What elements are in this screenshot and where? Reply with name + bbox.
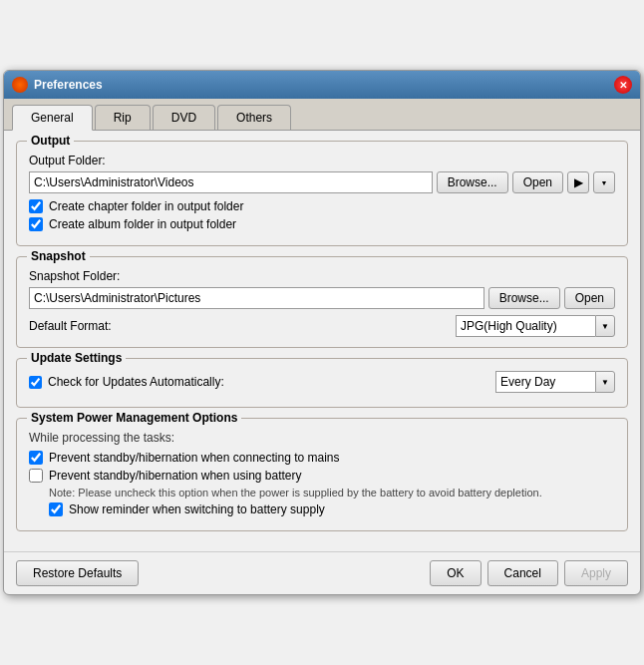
update-section: Update Settings Check for Updates Automa… (16, 358, 628, 408)
app-icon (12, 77, 28, 93)
output-section-title: Output (27, 134, 74, 148)
power-section-title: System Power Management Options (27, 411, 241, 425)
output-folder-label: Output Folder: (29, 154, 615, 167)
output-dropdown-button[interactable]: ▼ (593, 171, 615, 193)
snapshot-section: Snapshot Snapshot Folder: Browse... Open… (16, 256, 628, 348)
title-bar-left: Preferences (12, 77, 103, 93)
output-browse-button[interactable]: Browse... (437, 171, 508, 193)
format-label: Default Format: (29, 319, 112, 333)
cancel-button[interactable]: Cancel (487, 560, 558, 586)
update-frequency-select[interactable]: Every Day Every Week Every Month Never (495, 371, 595, 393)
tab-general[interactable]: General (12, 105, 93, 131)
power-section: System Power Management Options While pr… (16, 418, 628, 531)
album-folder-label: Create album folder in output folder (49, 217, 236, 231)
bottom-bar: Restore Defaults OK Cancel Apply (4, 551, 640, 594)
battery-note: Note: Please uncheck this option when th… (49, 487, 615, 499)
snapshot-section-title: Snapshot (27, 249, 90, 263)
snapshot-open-button[interactable]: Open (564, 287, 615, 309)
reminder-row: Show reminder when switching to battery … (49, 502, 615, 516)
output-folder-row: Browse... Open ▶ ▼ (29, 171, 615, 193)
power-subtitle: While processing the tasks: (29, 431, 615, 445)
update-left: Check for Updates Automatically: (29, 375, 224, 389)
tab-others[interactable]: Others (217, 105, 291, 130)
mains-power-label: Prevent standby/hibernation when connect… (49, 451, 340, 465)
reminder-checkbox[interactable] (49, 502, 63, 516)
format-select-container: JPG(High Quality) JPG(Normal) PNG BMP ▼ (456, 315, 615, 337)
frequency-dropdown-arrow[interactable]: ▼ (595, 371, 615, 393)
snapshot-browse-button[interactable]: Browse... (488, 287, 560, 309)
snapshot-folder-row: Browse... Open (29, 287, 615, 309)
bottom-right-buttons: OK Cancel Apply (430, 560, 628, 586)
chapter-folder-label: Create chapter folder in output folder (49, 199, 243, 213)
format-dropdown-arrow[interactable]: ▼ (595, 315, 615, 337)
auto-update-checkbox[interactable] (29, 376, 42, 389)
auto-update-label: Check for Updates Automatically: (48, 375, 224, 389)
window-title: Preferences (34, 78, 103, 92)
tab-content: Output Output Folder: Browse... Open ▶ ▼… (4, 130, 640, 551)
chapter-folder-checkbox[interactable] (29, 199, 43, 213)
update-row: Check for Updates Automatically: Every D… (29, 371, 615, 393)
battery-power-row: Prevent standby/hibernation when using b… (29, 469, 615, 483)
tab-dvd[interactable]: DVD (153, 105, 215, 130)
tab-bar: General Rip DVD Others (4, 99, 640, 130)
output-folder-input[interactable] (29, 171, 433, 193)
album-folder-row: Create album folder in output folder (29, 217, 615, 231)
update-section-title: Update Settings (27, 351, 126, 365)
update-frequency-container: Every Day Every Week Every Month Never ▼ (495, 371, 615, 393)
output-arrow-button[interactable]: ▶ (567, 171, 589, 193)
close-button[interactable]: ✕ (614, 76, 632, 94)
mains-power-row: Prevent standby/hibernation when connect… (29, 451, 615, 465)
ok-button[interactable]: OK (430, 560, 481, 586)
output-section: Output Output Folder: Browse... Open ▶ ▼… (16, 141, 628, 246)
restore-defaults-button[interactable]: Restore Defaults (16, 560, 139, 586)
snapshot-folder-input[interactable] (29, 287, 484, 309)
output-open-button[interactable]: Open (512, 171, 563, 193)
title-bar: Preferences ✕ (4, 71, 640, 99)
tab-rip[interactable]: Rip (95, 105, 151, 130)
apply-button[interactable]: Apply (564, 560, 628, 586)
format-select[interactable]: JPG(High Quality) JPG(Normal) PNG BMP (456, 315, 595, 337)
snapshot-folder-label: Snapshot Folder: (29, 269, 615, 283)
battery-power-checkbox[interactable] (29, 469, 43, 483)
format-row: Default Format: JPG(High Quality) JPG(No… (29, 315, 615, 337)
reminder-label: Show reminder when switching to battery … (69, 502, 325, 516)
chapter-folder-row: Create chapter folder in output folder (29, 199, 615, 213)
mains-power-checkbox[interactable] (29, 451, 43, 465)
battery-power-label: Prevent standby/hibernation when using b… (49, 469, 302, 483)
preferences-window: Preferences ✕ General Rip DVD Others Out… (3, 70, 641, 595)
album-folder-checkbox[interactable] (29, 217, 43, 231)
